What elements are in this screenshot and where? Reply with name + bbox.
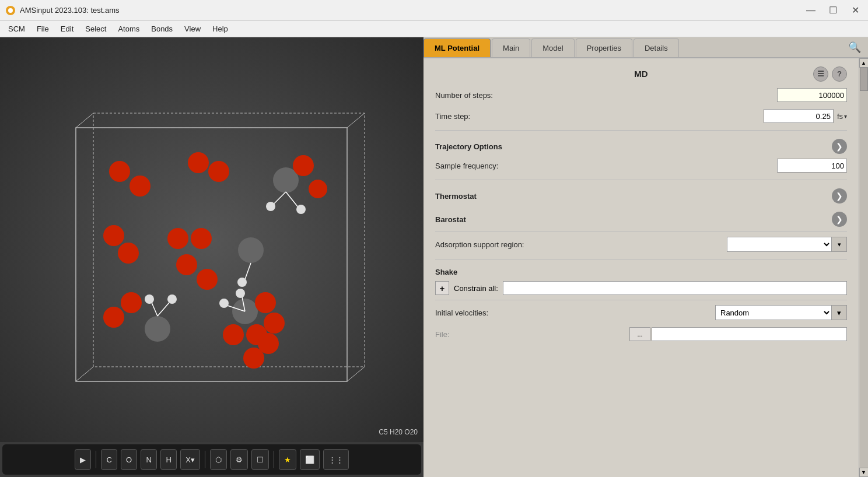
adsorption-row: Adsorption support region: ▾ <box>435 237 847 252</box>
initial-velocities-row: Initial velocities: Random Zero FromFile… <box>435 305 847 320</box>
app-icon <box>5 5 16 16</box>
barostat-expand-button[interactable]: ❯ <box>832 212 847 227</box>
square-button[interactable]: ☐ <box>251 449 269 470</box>
cursor-tool-button[interactable]: ▶ <box>75 449 91 470</box>
main-content: C5 H20 O20 ▶ C O N H X▾ ⬡ ⚙ ☐ ★ ⬜ ⋮⋮ ML … <box>0 37 868 477</box>
add-constrain-button[interactable]: + <box>435 281 449 295</box>
barostat-label: Barostat <box>435 215 466 224</box>
tab-bar: ML Potential Main Model Properties Detai… <box>424 37 868 58</box>
svg-point-41 <box>219 299 229 308</box>
svg-point-43 <box>236 289 245 298</box>
divider-2 <box>435 180 847 180</box>
search-button[interactable]: 🔍 <box>841 37 868 57</box>
adsorption-dropdown-arrow[interactable]: ▾ <box>832 237 847 252</box>
star-button[interactable]: ★ <box>279 449 296 470</box>
scrollbar-up-button[interactable]: ▲ <box>859 58 869 68</box>
trajectory-expand-button[interactable]: ❯ <box>832 139 847 154</box>
svg-point-19 <box>103 225 124 246</box>
molecule-box-svg <box>0 37 424 442</box>
svg-point-34 <box>167 294 177 304</box>
titlebar-controls: — ☐ ✕ <box>803 2 863 19</box>
menu-atoms[interactable]: Atoms <box>112 22 145 36</box>
scrollbar-down-button[interactable]: ▼ <box>859 468 869 477</box>
num-steps-label: Number of steps: <box>435 91 777 100</box>
titlebar: AMSinput 2023.103: test.ams — ☐ ✕ <box>0 0 868 21</box>
right-panel: ML Potential Main Model Properties Detai… <box>424 37 868 477</box>
tab-main[interactable]: Main <box>492 38 530 57</box>
svg-line-17 <box>274 192 286 204</box>
initial-velocities-dropdown-arrow[interactable]: ▾ <box>832 305 847 320</box>
maximize-button[interactable]: ☐ <box>825 2 841 19</box>
num-steps-row: Number of steps: <box>435 88 847 102</box>
time-step-input[interactable] <box>764 109 834 123</box>
scrollbar-thumb[interactable] <box>860 68 868 91</box>
section-title: MD <box>634 69 648 79</box>
viewer-canvas[interactable]: C5 H20 O20 <box>0 37 424 442</box>
shake-header: Shake <box>435 268 847 276</box>
svg-point-27 <box>197 269 218 290</box>
initial-velocities-select[interactable]: Random Zero FromFile <box>715 305 832 320</box>
file-browse-button[interactable]: ... <box>629 327 650 341</box>
barostat-header: Barostat ❯ <box>435 212 847 227</box>
num-steps-input[interactable] <box>777 88 847 102</box>
adsorption-select-wrap: ▾ <box>727 237 847 252</box>
help-icon-button[interactable]: ? <box>832 66 847 82</box>
svg-point-1 <box>8 8 13 13</box>
viewer-panel: C5 H20 O20 ▶ C O N H X▾ ⬡ ⚙ ☐ ★ ⬜ ⋮⋮ <box>0 37 424 477</box>
thermostat-label: Thermostat <box>435 192 477 201</box>
sample-freq-input[interactable] <box>777 159 847 173</box>
toolbar-separator-1 <box>96 451 96 468</box>
polygon-button[interactable]: ⬡ <box>210 449 227 470</box>
close-button[interactable]: ✕ <box>847 2 863 19</box>
menu-icon-button[interactable]: ☰ <box>813 66 828 82</box>
menu-view[interactable]: View <box>178 22 206 36</box>
trajectory-options-label: Trajectory Options <box>435 142 502 151</box>
svg-point-18 <box>266 202 275 211</box>
menu-select[interactable]: Select <box>79 22 112 36</box>
oxygen-button[interactable]: O <box>121 449 137 470</box>
constrain-all-label: Constrain all: <box>454 284 498 293</box>
menu-file[interactable]: File <box>31 22 55 36</box>
tab-model[interactable]: Model <box>531 38 574 57</box>
toolbar-separator-3 <box>274 451 274 468</box>
menu-scm[interactable]: SCM <box>2 22 31 36</box>
divider-5 <box>435 300 847 300</box>
box-button[interactable]: ⬜ <box>300 449 320 470</box>
titlebar-left: AMSinput 2023.103: test.ams <box>5 5 120 16</box>
gear-button[interactable]: ⚙ <box>230 449 248 470</box>
shake-label: Shake <box>435 268 457 276</box>
menubar: SCM File Edit Select Atoms Bonds View He… <box>0 21 868 37</box>
menu-help[interactable]: Help <box>206 22 234 36</box>
scrollbar-track[interactable] <box>860 68 868 468</box>
thermostat-header: Thermostat ❯ <box>435 188 847 204</box>
svg-line-4 <box>76 113 93 128</box>
x-button[interactable]: X▾ <box>180 449 200 470</box>
minimize-button[interactable]: — <box>803 2 819 19</box>
tab-details[interactable]: Details <box>634 38 679 57</box>
carbon-button[interactable]: C <box>101 449 117 470</box>
constrain-all-row: + Constrain all: <box>435 281 847 295</box>
svg-point-32 <box>145 294 154 304</box>
constrain-all-input[interactable] <box>503 281 847 295</box>
thermostat-expand-button[interactable]: ❯ <box>832 188 847 204</box>
adsorption-select[interactable] <box>727 237 832 252</box>
svg-point-30 <box>145 316 170 342</box>
more-button[interactable]: ⋮⋮ <box>323 449 349 470</box>
menu-edit[interactable]: Edit <box>55 22 79 36</box>
time-step-label: Time step: <box>435 112 764 121</box>
file-input[interactable] <box>652 327 847 341</box>
nitrogen-button[interactable]: N <box>141 449 157 470</box>
svg-point-29 <box>121 292 142 313</box>
initial-velocities-select-wrap: Random Zero FromFile ▾ <box>715 305 847 320</box>
menu-bonds[interactable]: Bonds <box>145 22 178 36</box>
svg-line-33 <box>158 303 169 316</box>
hydrogen-button[interactable]: H <box>160 449 177 470</box>
svg-point-26 <box>176 254 197 275</box>
tab-properties[interactable]: Properties <box>576 38 632 57</box>
svg-point-36 <box>255 292 276 313</box>
tab-ml-potential[interactable]: ML Potential <box>424 38 491 57</box>
time-unit-dropdown[interactable]: ▾ <box>844 113 847 120</box>
file-row: File: ... <box>435 327 847 341</box>
svg-point-20 <box>118 243 139 264</box>
svg-point-16 <box>296 205 306 214</box>
